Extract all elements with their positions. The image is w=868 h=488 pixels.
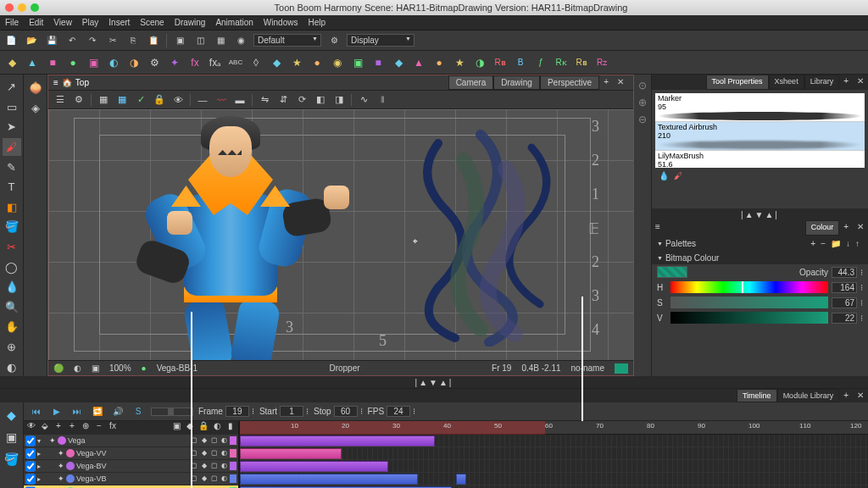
menu-animation[interactable]: Animation [215, 18, 253, 27]
script-4-icon[interactable]: ● [64, 54, 81, 71]
lock-all-icon[interactable]: ⬙ [39, 421, 51, 435]
grid-icon[interactable]: ▦ [97, 93, 110, 107]
track-row[interactable] [240, 447, 868, 460]
contour-tool-icon[interactable]: ◯ [3, 258, 21, 276]
layer-link-icon[interactable]: ✦ [58, 449, 64, 458]
loop-icon[interactable]: 🔁 [90, 405, 105, 419]
f-icon[interactable]: ƒ [532, 54, 549, 71]
expand-icon[interactable]: ▸ [37, 475, 46, 483]
val-stepper-icon[interactable]: ⁝ [860, 313, 863, 323]
opengl-icon[interactable]: ▣ [92, 363, 99, 373]
move-down-icon[interactable]: ↓ [846, 239, 850, 248]
tab-module-library[interactable]: Module Library [777, 389, 840, 402]
layer-row[interactable]: ▾ ✦ Vega ▢◆▢◐ [24, 435, 238, 447]
script-6-icon[interactable]: ◐ [105, 54, 122, 71]
menu-insert[interactable]: Insert [108, 18, 130, 27]
script-20-icon[interactable]: ★ [451, 54, 468, 71]
onion-all-icon[interactable]: + [53, 421, 64, 435]
script-17-icon[interactable]: ◆ [390, 54, 407, 71]
layer-enable-checkbox[interactable] [25, 435, 36, 446]
onion-layer-icon[interactable]: ◐ [220, 449, 229, 458]
gear-icon[interactable]: ⚙ [72, 93, 86, 107]
menu2-icon[interactable]: ☰ [53, 93, 67, 107]
b-icon[interactable]: B [512, 54, 529, 71]
grid2-icon[interactable]: ▦ [115, 93, 129, 107]
paint-bucket-icon[interactable]: 🪣 [3, 450, 21, 469]
script-9-icon[interactable]: ✦ [166, 54, 183, 71]
onion-layer-icon[interactable]: ◐ [220, 474, 229, 483]
expand-icon[interactable]: ▸ [37, 463, 46, 470]
open-scene-icon[interactable]: 📂 [24, 33, 39, 48]
smooth-icon[interactable]: ∿ [357, 93, 370, 107]
script-11-icon[interactable]: ◆ [268, 54, 285, 71]
rk-icon[interactable]: Rᴋ [553, 54, 570, 71]
clip[interactable] [240, 448, 342, 459]
tab-drawing[interactable]: Drawing [493, 75, 540, 90]
dropper-tool-icon[interactable]: 💧 [3, 278, 21, 297]
tag-layer-icon[interactable]: ◆ [199, 449, 209, 458]
menu-scene[interactable]: Scene [140, 18, 164, 27]
hue-stepper-icon[interactable]: ⁝ [860, 283, 863, 292]
lock2-icon[interactable]: 🔒 [198, 421, 209, 435]
timeline-ruler[interactable]: 102030405060708090100110120130 [240, 421, 868, 435]
remove-palette-icon[interactable]: − [821, 239, 826, 248]
opacity-stepper-icon[interactable]: ⁝ [860, 268, 863, 277]
close-colour-panel-icon[interactable]: ✕ [853, 220, 868, 236]
layer-enable-checkbox[interactable] [25, 461, 36, 472]
cutter-tool-icon[interactable]: ✂ [3, 238, 21, 257]
val-value[interactable]: 22 [832, 313, 857, 324]
add-fx-icon[interactable]: fx [107, 421, 119, 435]
rb-icon[interactable]: Rʙ [492, 54, 509, 71]
copy-icon[interactable]: ⎘ [125, 33, 141, 48]
workspace-dropdown[interactable]: Default [253, 34, 321, 47]
track-row[interactable] [240, 435, 868, 447]
redo-icon[interactable]: ↷ [85, 33, 100, 48]
start-stepper-icon[interactable]: ⁝ [306, 407, 309, 416]
layer-colour-icon[interactable] [66, 449, 75, 458]
script-12-icon[interactable]: ★ [288, 54, 305, 71]
rotate-icon[interactable]: ⟳ [295, 93, 309, 107]
solo-icon[interactable]: ▣ [170, 421, 182, 435]
onion-skin-icon[interactable]: 🧅 [26, 78, 45, 97]
new-brush-icon[interactable]: 💧 [659, 171, 669, 180]
show-icon[interactable]: 👁 [171, 93, 185, 107]
lock-layer-icon[interactable]: ▢ [209, 474, 219, 483]
zoom-tool-icon[interactable]: 🔍 [3, 298, 21, 317]
expand-icon[interactable]: ▸ [37, 450, 46, 458]
onion-layer-icon[interactable]: ◐ [220, 436, 229, 445]
layer-link-icon[interactable]: ✦ [49, 436, 56, 445]
minimize-window-icon[interactable] [18, 3, 26, 12]
hue-slider[interactable] [670, 281, 828, 293]
add-view-icon[interactable]: + [599, 75, 613, 90]
eraser-tool-icon[interactable]: ◧ [3, 198, 21, 217]
reset-view-icon[interactable]: ⊙ [638, 80, 647, 92]
move-up-icon[interactable]: ↑ [855, 239, 860, 248]
layer-enable-checkbox[interactable] [25, 474, 36, 485]
palettes-section[interactable]: Palettes + − 📁 ↓ ↑ [652, 236, 868, 252]
script-1-icon[interactable]: ◆ [3, 54, 20, 71]
script-fxa-icon[interactable]: fxₐ [207, 54, 224, 71]
clip[interactable] [240, 435, 435, 446]
add-tl-panel-icon[interactable]: + [839, 389, 853, 402]
main-collapse[interactable]: |▲▼▲| [0, 376, 868, 388]
script-abc-icon[interactable]: ABC [227, 54, 244, 71]
reset-rotation-icon[interactable]: ⊕ [638, 97, 647, 108]
colour-chip-icon[interactable] [615, 363, 628, 374]
script-7-icon[interactable]: ◑ [125, 54, 142, 71]
sound-icon[interactable]: 🔊 [110, 405, 125, 419]
clip[interactable] [240, 461, 388, 472]
play-icon[interactable]: ▶ [49, 405, 64, 419]
script-8-icon[interactable]: ⚙ [146, 54, 163, 71]
reset-zoom-icon[interactable]: ⊖ [638, 114, 647, 125]
text-tool-icon[interactable]: T [3, 178, 21, 197]
render-icon[interactable]: ▣ [172, 33, 187, 48]
layer-row[interactable]: ▸ ✦ Vega-BV ▢◆▢◐ [24, 460, 238, 473]
tag-layer-icon[interactable]: ◆ [199, 474, 209, 483]
close-tl-panel-icon[interactable]: ✕ [853, 389, 868, 402]
lock-layer-icon[interactable]: ▢ [209, 462, 219, 470]
add-drawing-layer-icon[interactable]: ◆ [3, 406, 21, 424]
pencil-tool-icon[interactable]: ✎ [3, 158, 21, 176]
script-18-icon[interactable]: ▲ [410, 54, 427, 71]
close-panel-icon[interactable]: ✕ [853, 75, 868, 90]
layer-enable-checkbox[interactable] [25, 448, 36, 459]
